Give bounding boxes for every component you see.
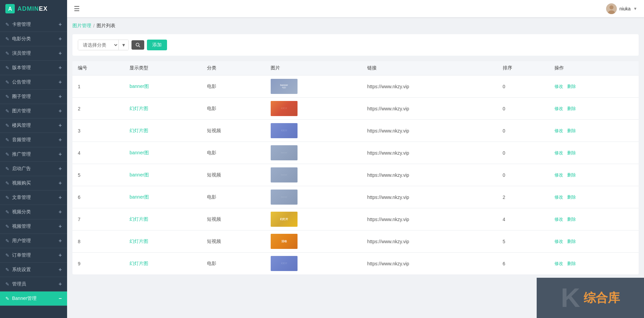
edit-icon: ✎ — [5, 224, 9, 229]
sidebar-item-admin-manage[interactable]: ✎ 管理员 + — [0, 277, 67, 292]
sidebar-item-system-settings[interactable]: ✎ 系统设置 + — [0, 263, 67, 277]
delete-link[interactable]: 删除 — [567, 195, 576, 200]
edit-icon: ✎ — [5, 65, 9, 70]
sidebar-item-label: 文章管理 — [12, 195, 31, 201]
plus-icon: + — [59, 195, 62, 201]
cell-link: https://www.nkzy.vip — [362, 253, 497, 275]
watermark: K 综合库 — [537, 278, 644, 318]
cell-link: https://www.nkzy.vip — [362, 186, 497, 208]
edit-icon: ✎ — [5, 137, 9, 143]
sidebar-item-card-manage[interactable]: ✎ 卡密管理 + — [0, 17, 67, 32]
content-area: 图片管理 / 图片列表 请选择分类 电影 短视频 ▼ 添加 — [67, 17, 644, 318]
cell-action: 修改 删除 — [549, 164, 639, 186]
edit-icon: ✎ — [5, 209, 9, 215]
edit-link[interactable]: 修改 — [554, 150, 563, 155]
sidebar-item-version-manage[interactable]: ✎ 版本管理 + — [0, 61, 67, 75]
sidebar-item-label: 圈子管理 — [12, 94, 31, 100]
category-select[interactable]: 请选择分类 电影 短视频 — [78, 40, 118, 50]
sidebar-item-label: Banner管理 — [12, 296, 37, 302]
cell-sort: 0 — [497, 75, 549, 98]
sidebar-item-user-manage[interactable]: ✎ 用户管理 + — [0, 234, 67, 248]
delete-link[interactable]: 删除 — [567, 106, 576, 111]
cell-link: https://www.nkzy.vip — [362, 75, 497, 98]
category-select-wrapper: 请选择分类 电影 短视频 ▼ — [78, 40, 129, 50]
plus-icon: + — [59, 108, 62, 114]
sidebar-item-movie-cat[interactable]: ✎ 电影分类 + — [0, 32, 67, 46]
table-row: 1 banner图 电影 banner电影 https://www.nkzy.v… — [72, 75, 639, 98]
cell-id: 4 — [72, 142, 124, 164]
sidebar-item-startup-ad[interactable]: ✎ 启动广告 + — [0, 162, 67, 176]
table-row: 2 幻灯片图 电影 幻灯片 https://www.nkzy.vip 0 修改 … — [72, 98, 639, 120]
cell-sort: 0 — [497, 98, 549, 120]
cell-link: https://www.nkzy.vip — [362, 120, 497, 142]
sidebar-item-video-cat[interactable]: ✎ 视频分类 + — [0, 205, 67, 219]
col-display-type: 显示类型 — [124, 61, 201, 75]
sidebar-item-audio-manage[interactable]: ✎ 音频管理 + — [0, 133, 67, 147]
cell-sort: 0 — [497, 120, 549, 142]
cell-id: 1 — [72, 75, 124, 98]
delete-link[interactable]: 删除 — [567, 84, 576, 89]
sidebar-item-picture-manage[interactable]: ✎ 图片管理 + — [0, 104, 67, 118]
delete-link[interactable]: 删除 — [567, 172, 576, 177]
table-row: 4 banner图 电影 banner https://www.nkzy.vip… — [72, 142, 639, 164]
sidebar-item-notice-manage[interactable]: ✎ 公告管理 + — [0, 75, 67, 90]
breadcrumb: 图片管理 / 图片列表 — [72, 23, 639, 29]
cell-image: 幻灯片 — [265, 98, 362, 120]
edit-icon: ✎ — [5, 195, 9, 200]
edit-icon: ✎ — [5, 166, 9, 171]
edit-link[interactable]: 修改 — [554, 261, 563, 266]
edit-link[interactable]: 修改 — [554, 239, 563, 244]
sidebar-item-video-manage[interactable]: ✎ 视频管理 + — [0, 219, 67, 234]
edit-icon: ✎ — [5, 108, 9, 114]
dropdown-icon[interactable]: ▼ — [633, 6, 637, 11]
plus-icon: + — [59, 166, 62, 172]
edit-link[interactable]: 修改 — [554, 128, 563, 133]
edit-link[interactable]: 修改 — [554, 195, 563, 200]
plus-icon: + — [59, 238, 62, 244]
delete-link[interactable]: 删除 — [567, 150, 576, 155]
cell-id: 7 — [72, 208, 124, 230]
cell-display-type: 幻灯片图 — [124, 253, 201, 275]
edit-icon: ✎ — [5, 123, 9, 128]
delete-link[interactable]: 删除 — [567, 217, 576, 222]
plus-icon: + — [59, 151, 62, 157]
breadcrumb-parent[interactable]: 图片管理 — [72, 23, 91, 29]
edit-link[interactable]: 修改 — [554, 106, 563, 111]
cell-action: 修改 删除 — [549, 253, 639, 275]
sidebar-item-article-manage[interactable]: ✎ 文章管理 + — [0, 191, 67, 205]
cell-link: https://www.nkzy.vip — [362, 230, 497, 253]
edit-icon: ✎ — [5, 80, 9, 85]
sidebar-item-video-buy[interactable]: ✎ 视频购买 + — [0, 176, 67, 191]
cell-display-type: 幻灯片图 — [124, 230, 201, 253]
sidebar-item-order-manage[interactable]: ✎ 订单管理 + — [0, 248, 67, 263]
cell-action: 修改 删除 — [549, 208, 639, 230]
plus-icon: + — [59, 180, 62, 186]
sidebar-item-circle-manage[interactable]: ✎ 圈子管理 + — [0, 90, 67, 104]
search-button[interactable] — [131, 40, 144, 50]
plus-icon: + — [59, 267, 62, 273]
delete-link[interactable]: 删除 — [567, 261, 576, 266]
image-thumbnail: banner电影 — [271, 79, 298, 94]
sidebar-item-banner-manage[interactable]: ✎ Banner管理 − — [0, 292, 67, 306]
cell-category: 短视频 — [202, 164, 265, 186]
delete-link[interactable]: 删除 — [567, 239, 576, 244]
edit-link[interactable]: 修改 — [554, 84, 563, 89]
cell-image: banner — [265, 164, 362, 186]
sidebar-item-style-manage[interactable]: ✎ 楼风管理 + — [0, 118, 67, 133]
edit-icon: ✎ — [5, 238, 9, 244]
cell-display-type: 幻灯片图 — [124, 120, 201, 142]
sidebar-item-actor-manage[interactable]: ✎ 演员管理 + — [0, 46, 67, 61]
add-button[interactable]: 添加 — [147, 40, 167, 50]
cell-image: banner电影 — [265, 75, 362, 98]
hamburger-icon[interactable]: ☰ — [74, 5, 80, 13]
edit-link[interactable]: 修改 — [554, 217, 563, 222]
cell-link: https://www.nkzy.vip — [362, 98, 497, 120]
edit-link[interactable]: 修改 — [554, 172, 563, 177]
logo-icon: A — [5, 4, 15, 13]
cell-image: banner — [265, 186, 362, 208]
breadcrumb-current: 图片列表 — [97, 23, 115, 29]
delete-link[interactable]: 删除 — [567, 128, 576, 133]
cell-image: 活动 — [265, 230, 362, 253]
select-dropdown-button[interactable]: ▼ — [118, 40, 128, 50]
sidebar-item-promo-manage[interactable]: ✎ 推广管理 + — [0, 147, 67, 162]
